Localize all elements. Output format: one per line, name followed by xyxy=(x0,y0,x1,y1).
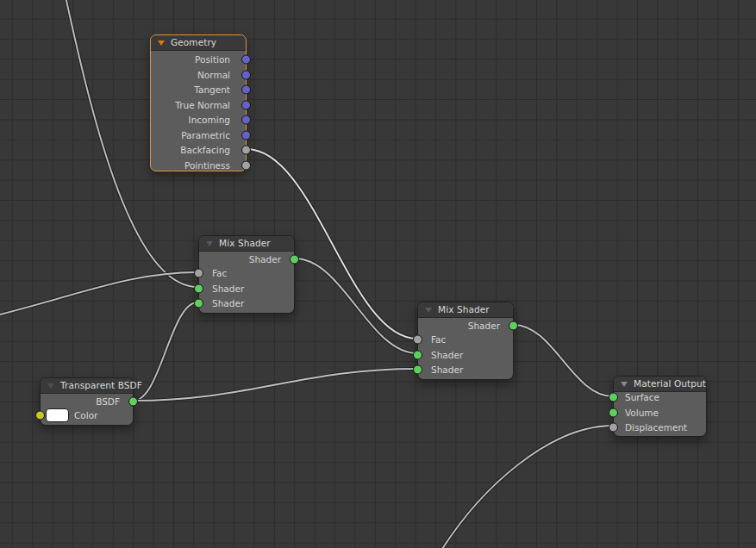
node-title-material-output: Material Output xyxy=(634,378,706,389)
socket-row-material-output-surface: Surface xyxy=(614,389,706,405)
socket-label: Shader xyxy=(468,321,500,331)
socket-label: Normal xyxy=(197,70,230,80)
socket-transparent-bsdf-bsdf-output[interactable] xyxy=(128,397,138,407)
socket-mix-shader-1-shader-input[interactable] xyxy=(194,283,203,293)
socket-label: Backfacing xyxy=(180,145,230,155)
node-geometry[interactable]: GeometryPositionNormalTangentTrue Normal… xyxy=(150,34,247,171)
node-link-mix-shader-1.Shader-out--mix-shader-2.Shader-in-1[interactable] xyxy=(295,258,417,353)
socket-row-material-output-displacement: Displacement xyxy=(614,420,706,435)
socket-row-geometry-incoming: Incoming xyxy=(151,112,246,128)
socket-geometry-backfacing-output[interactable] xyxy=(241,146,251,155)
socket-geometry-tangent-output[interactable] xyxy=(241,85,251,95)
node-title-transparent-bsdf: Transparent BSDF xyxy=(60,380,142,390)
socket-row-mix-shader-2-fac: Fac xyxy=(418,332,513,347)
socket-label: Color xyxy=(74,410,97,420)
node-editor-canvas[interactable]: GeometryPositionNormalTangentTrue Normal… xyxy=(0,0,756,548)
socket-geometry-position-output[interactable] xyxy=(241,55,251,65)
socket-row-transparent-bsdf-color: Color xyxy=(41,408,133,423)
socket-transparent-bsdf-color-input[interactable] xyxy=(35,411,45,420)
socket-mix-shader-1-shader-input[interactable] xyxy=(194,299,203,308)
socket-label: BSDF xyxy=(96,396,120,407)
socket-row-mix-shader-2-shader: Shader xyxy=(418,347,513,363)
socket-label: True Normal xyxy=(175,100,230,110)
node-link-transparent-bsdf.BSDF--mix-shader-1.Shader-in-2[interactable] xyxy=(134,302,197,401)
socket-label: Position xyxy=(195,54,230,65)
collapse-arrow-icon[interactable] xyxy=(425,308,432,313)
collapse-arrow-icon[interactable] xyxy=(47,383,54,389)
node-link-offscreen-left--mix-shader-1.Fac[interactable] xyxy=(0,272,197,317)
socket-label: Tangent xyxy=(194,84,230,95)
node-title-mix-shader-2: Mix Shader xyxy=(438,304,490,314)
socket-row-geometry-parametric: Parametric xyxy=(151,128,246,143)
socket-label: Incoming xyxy=(189,115,230,125)
socket-row-mix-shader-2-shader: Shader xyxy=(418,362,513,377)
socket-label: Fac xyxy=(431,334,446,345)
socket-mix-shader-2-shader-output[interactable] xyxy=(509,321,518,331)
socket-mix-shader-1-fac-input[interactable] xyxy=(194,269,203,278)
node-header-geometry[interactable]: Geometry xyxy=(151,35,246,51)
socket-label: Shader xyxy=(249,254,281,265)
node-links-layer xyxy=(0,0,756,548)
collapse-arrow-icon[interactable] xyxy=(206,241,213,246)
socket-row-mix-shader-2-shader: Shader xyxy=(418,318,513,333)
socket-label: Pointiness xyxy=(184,160,230,171)
node-title-geometry: Geometry xyxy=(171,37,216,47)
socket-label: Shader xyxy=(212,283,244,294)
socket-label: Fac xyxy=(212,268,227,278)
socket-geometry-true-normal-output[interactable] xyxy=(241,100,251,109)
node-mix-shader-1[interactable]: Mix ShaderShaderFacShaderShader xyxy=(198,235,295,314)
socket-material-output-volume-input[interactable] xyxy=(609,408,618,417)
socket-row-geometry-pointiness: Pointiness xyxy=(151,158,246,173)
node-link-transparent-bsdf.BSDF--mix-shader-2.Shader-in-2[interactable] xyxy=(134,369,417,401)
socket-row-transparent-bsdf-bsdf: BSDF xyxy=(41,394,133,409)
socket-mix-shader-2-shader-input[interactable] xyxy=(413,365,422,375)
socket-label: Volume xyxy=(625,408,659,418)
node-link-offscreen-bottom--material-output.Displacement[interactable] xyxy=(435,426,613,548)
socket-label: Parametric xyxy=(181,130,230,140)
socket-geometry-normal-output[interactable] xyxy=(241,70,251,79)
socket-material-output-displacement-input[interactable] xyxy=(609,423,618,433)
collapse-arrow-icon[interactable] xyxy=(621,382,628,387)
socket-row-mix-shader-1-shader: Shader xyxy=(199,296,294,311)
node-mix-shader-2[interactable]: Mix ShaderShaderFacShaderShader xyxy=(417,302,514,380)
socket-geometry-parametric-output[interactable] xyxy=(241,130,251,140)
socket-label: Surface xyxy=(625,392,659,402)
socket-row-mix-shader-1-shader: Shader xyxy=(199,252,294,267)
node-link-outline xyxy=(435,426,613,548)
node-link-outline xyxy=(0,272,197,317)
socket-label: Shader xyxy=(431,350,463,360)
node-transparent-bsdf[interactable]: Transparent BSDFBSDFColor xyxy=(40,377,134,426)
socket-row-mix-shader-1-shader: Shader xyxy=(199,281,294,296)
color-swatch[interactable] xyxy=(46,408,69,422)
socket-label: Displacement xyxy=(625,422,687,433)
socket-material-output-surface-input[interactable] xyxy=(609,393,618,402)
socket-row-geometry-backfacing: Backfacing xyxy=(151,142,246,158)
socket-row-mix-shader-1-fac: Fac xyxy=(199,265,294,281)
node-link-mix-shader-2.Shader-out--material-output.Surface[interactable] xyxy=(514,325,613,396)
socket-label: Shader xyxy=(212,298,244,308)
socket-mix-shader-1-shader-output[interactable] xyxy=(290,255,299,265)
socket-mix-shader-2-fac-input[interactable] xyxy=(413,335,422,345)
socket-row-geometry-tangent: Tangent xyxy=(151,82,246,97)
socket-row-material-output-volume: Volume xyxy=(614,405,706,420)
node-header-transparent-bsdf[interactable]: Transparent BSDF xyxy=(41,378,133,394)
socket-row-geometry-position: Position xyxy=(151,52,246,67)
socket-geometry-pointiness-output[interactable] xyxy=(241,160,251,170)
socket-row-geometry-true-normal: True Normal xyxy=(151,97,246,113)
collapse-arrow-icon[interactable] xyxy=(158,40,165,46)
node-header-mix-shader-2[interactable]: Mix Shader xyxy=(418,302,513,318)
socket-geometry-incoming-output[interactable] xyxy=(241,115,251,125)
socket-mix-shader-2-shader-input[interactable] xyxy=(413,350,422,359)
node-header-mix-shader-1[interactable]: Mix Shader xyxy=(199,236,294,252)
node-title-mix-shader-1: Mix Shader xyxy=(219,238,271,248)
socket-row-geometry-normal: Normal xyxy=(151,67,246,83)
socket-label: Shader xyxy=(431,364,463,375)
node-material-output[interactable]: Material OutputSurfaceVolumeDisplacement xyxy=(613,376,707,437)
